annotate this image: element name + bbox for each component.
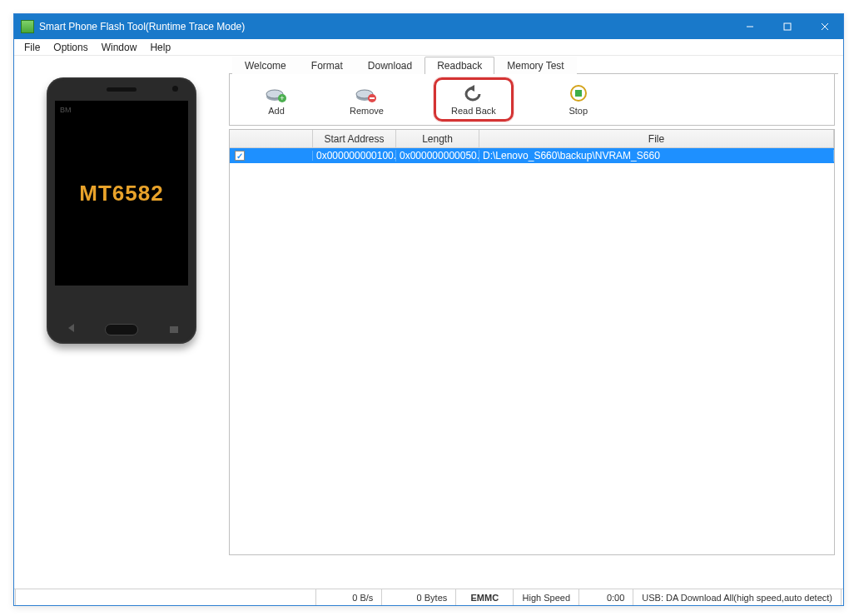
svg-rect-16	[575, 90, 582, 97]
phone-brand: BM	[60, 106, 72, 114]
menu-file[interactable]: File	[17, 40, 47, 55]
row-length: 0x000000000050...	[396, 150, 479, 161]
status-bytes: 0 Bytes	[381, 589, 456, 605]
toolbar: + Add Remove Read Back	[229, 74, 835, 126]
stop-label: Stop	[569, 106, 588, 116]
svg-text:+: +	[280, 94, 284, 102]
close-button[interactable]	[806, 14, 843, 39]
col-length[interactable]: Length	[396, 130, 479, 147]
read-back-button[interactable]: Read Back	[434, 77, 514, 122]
maximize-button[interactable]	[768, 14, 806, 39]
row-start-address: 0x000000000100...	[313, 150, 396, 161]
left-pane: BM MT6582	[14, 56, 229, 589]
menu-options[interactable]: Options	[47, 40, 94, 55]
row-checkbox[interactable]: ✓	[235, 151, 245, 161]
phone-back-icon	[68, 324, 74, 332]
menu-help[interactable]: Help	[143, 40, 177, 55]
undo-arrow-icon	[463, 83, 484, 103]
col-check[interactable]	[230, 130, 313, 147]
phone-menu-icon	[170, 326, 178, 333]
tab-readback[interactable]: Readback	[425, 57, 494, 74]
col-start-address[interactable]: Start Address	[313, 130, 396, 147]
status-speed: High Speed	[513, 589, 579, 605]
readback-table: Start Address Length File ✓ 0x0000000001…	[229, 129, 835, 555]
read-back-label: Read Back	[451, 106, 496, 116]
stop-button[interactable]: Stop	[555, 80, 602, 119]
chip-label: MT6582	[79, 181, 163, 206]
tabbar: Welcome Format Download Readback Memory …	[229, 56, 838, 74]
row-checkbox-cell[interactable]: ✓	[230, 151, 313, 161]
app-window: Smart Phone Flash Tool(Runtime Trace Mod…	[13, 13, 844, 606]
disk-remove-icon	[355, 83, 377, 103]
status-spacer	[15, 589, 316, 605]
table-header: Start Address Length File	[230, 130, 834, 148]
titlebar[interactable]: Smart Phone Flash Tool(Runtime Trace Mod…	[14, 14, 843, 39]
add-label: Add	[268, 106, 285, 116]
status-usb: USB: DA Download All(high speed,auto det…	[633, 589, 842, 605]
phone-speaker-icon	[107, 87, 137, 92]
tab-welcome[interactable]: Welcome	[232, 57, 299, 74]
row-file: D:\Lenovo_S660\backup\NVRAM_S660	[479, 150, 834, 161]
stop-icon	[568, 83, 589, 103]
statusbar: 0 B/s 0 Bytes EMMC High Speed 0:00 USB: …	[14, 589, 843, 605]
minimize-button[interactable]	[731, 14, 768, 39]
svg-marker-14	[469, 85, 474, 92]
remove-label: Remove	[350, 106, 384, 116]
bottom-panel	[229, 560, 835, 587]
table-row[interactable]: ✓ 0x000000000100... 0x000000000050... D:…	[230, 148, 834, 163]
app-icon	[21, 20, 34, 33]
window-title: Smart Phone Flash Tool(Runtime Trace Mod…	[39, 21, 731, 32]
tab-download[interactable]: Download	[355, 57, 425, 74]
remove-button[interactable]: Remove	[341, 80, 392, 119]
status-time: 0:00	[578, 589, 633, 605]
svg-rect-1	[784, 23, 791, 30]
tab-format[interactable]: Format	[299, 57, 355, 74]
menubar: File Options Window Help	[14, 39, 843, 56]
col-file[interactable]: File	[479, 130, 834, 147]
status-storage: EMMC	[455, 589, 514, 605]
phone-screen: MT6582	[55, 101, 188, 286]
phone-preview: BM MT6582	[47, 77, 196, 344]
disk-add-icon: +	[266, 83, 287, 103]
menu-window[interactable]: Window	[95, 40, 144, 55]
status-rate: 0 B/s	[315, 589, 382, 605]
add-button[interactable]: + Add	[253, 80, 300, 119]
phone-camera-icon	[172, 86, 178, 92]
tab-memory-test[interactable]: Memory Test	[494, 57, 576, 74]
phone-home-icon	[105, 324, 138, 335]
